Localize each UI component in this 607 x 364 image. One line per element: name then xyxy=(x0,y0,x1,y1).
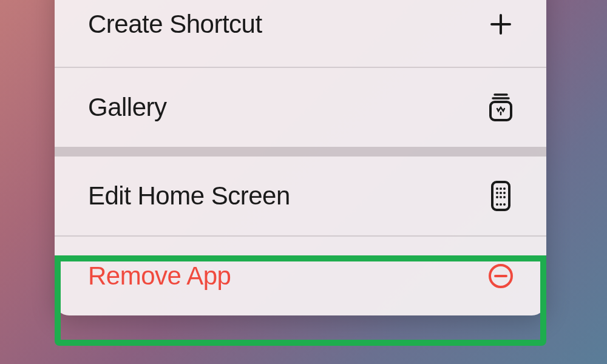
menu-item-edit-home-screen[interactable]: Edit Home Screen xyxy=(55,157,546,235)
svg-rect-0 xyxy=(490,102,511,120)
menu-item-label: Remove App xyxy=(88,261,231,291)
svg-point-9 xyxy=(500,196,502,198)
svg-point-10 xyxy=(503,196,506,198)
plus-icon xyxy=(486,9,516,39)
svg-point-8 xyxy=(496,196,498,198)
svg-point-13 xyxy=(503,203,506,206)
menu-item-remove-app[interactable]: Remove App xyxy=(55,237,546,315)
svg-point-11 xyxy=(496,203,498,206)
svg-point-4 xyxy=(503,187,506,190)
gallery-icon xyxy=(486,92,516,123)
svg-point-7 xyxy=(503,192,506,194)
svg-point-5 xyxy=(496,192,498,194)
homescreen-icon xyxy=(486,181,516,211)
menu-item-label: Create Shortcut xyxy=(88,10,262,39)
svg-point-12 xyxy=(500,203,502,206)
svg-point-3 xyxy=(500,187,502,190)
remove-icon xyxy=(486,261,516,291)
menu-section-divider xyxy=(55,147,546,157)
context-menu: Create Shortcut Gallery Edit Home Screen xyxy=(55,0,546,315)
svg-point-6 xyxy=(500,192,502,194)
svg-point-2 xyxy=(496,187,498,190)
menu-item-create-shortcut[interactable]: Create Shortcut xyxy=(55,0,546,67)
menu-item-label: Edit Home Screen xyxy=(88,181,290,211)
menu-item-gallery[interactable]: Gallery xyxy=(55,68,546,147)
menu-item-label: Gallery xyxy=(88,93,167,122)
